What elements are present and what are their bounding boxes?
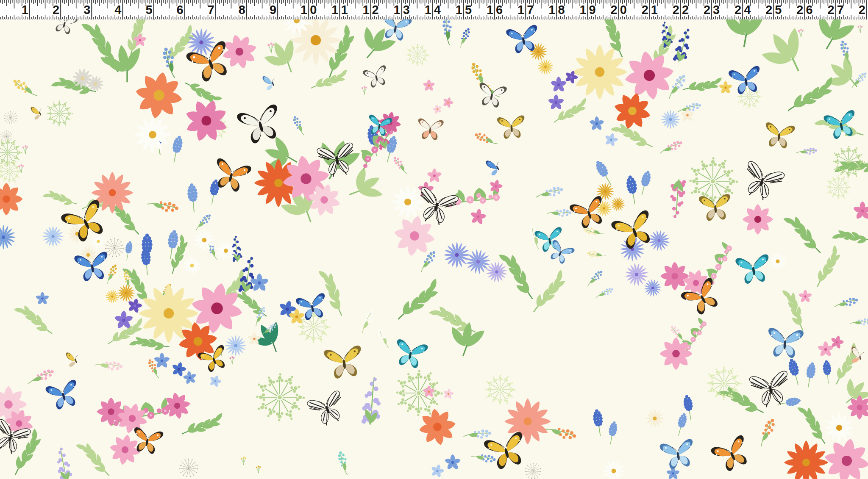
ruler-number: 2: [827, 3, 834, 17]
inch-ruler: 1234567891011121314151617181920212223242…: [0, 0, 868, 19]
ruler-number: 2: [682, 3, 689, 17]
ruler-number: 7: [527, 3, 534, 17]
ruler-number: 1: [331, 3, 338, 17]
ruler-number: 2: [734, 3, 741, 17]
ruler-number: 0: [310, 3, 317, 17]
ruler-number: 2: [704, 3, 710, 17]
ruler-number: 1: [425, 3, 431, 17]
ruler-number: 0: [620, 3, 627, 17]
ruler-number: 2: [372, 3, 379, 17]
ruler-number: 1: [548, 3, 555, 17]
aster-motif: [444, 242, 470, 269]
cosmos-motif: [660, 262, 689, 290]
ruler-number: 4: [114, 3, 121, 17]
ruler-number: 7: [837, 3, 844, 17]
aster-motif: [117, 284, 135, 302]
ruler-number: 1: [456, 3, 462, 17]
ruler-number: 1: [341, 3, 348, 17]
aster-motif: [225, 335, 246, 356]
ruler-number: 1: [394, 3, 401, 17]
ruler-number: 6: [496, 3, 503, 17]
ruler-number: 2: [53, 3, 59, 17]
ruler-number: 3: [403, 3, 410, 17]
ruler-number: 1: [22, 3, 28, 17]
fabric-swatch-image: 1234567891011121314151617181920212223242…: [0, 0, 868, 479]
ruler-number: 1: [362, 3, 369, 17]
ruler-number: 8: [558, 3, 565, 17]
ruler-number: 1: [300, 3, 307, 17]
ruler-number: 8: [239, 3, 245, 17]
ruler-number: 4: [434, 3, 441, 17]
aster-motif: [661, 110, 680, 129]
ruler-number: 2: [611, 3, 618, 17]
cosmos-motif: [743, 204, 773, 235]
ruler-number: 1: [517, 3, 524, 17]
ruler-number: 5: [145, 3, 152, 17]
ruler-number: 1: [579, 3, 586, 17]
aster-motif: [42, 226, 64, 247]
ruler-number: 1: [651, 3, 658, 17]
ruler-number: 3: [83, 3, 90, 17]
ruler-number: 6: [177, 3, 184, 17]
ruler-number: 2: [859, 3, 865, 17]
ruler-number: 5: [775, 3, 782, 17]
ruler-number: 3: [713, 3, 720, 17]
ruler-number: 1: [487, 3, 493, 17]
ruler-number: 6: [806, 3, 813, 17]
ruler-number: 9: [270, 3, 276, 17]
ruler-number: 2: [673, 3, 679, 17]
ruler-number: 4: [744, 3, 751, 17]
ruler-number: 2: [765, 3, 772, 17]
floral-pattern-artwork: [0, 0, 868, 479]
cosmos-motif: [660, 338, 693, 370]
ruler-number: 2: [796, 3, 803, 17]
ruler-number: 2: [642, 3, 648, 17]
ruler-number: 7: [208, 3, 214, 17]
ruler-number: 5: [465, 3, 472, 17]
ruler-number: 9: [589, 3, 596, 17]
